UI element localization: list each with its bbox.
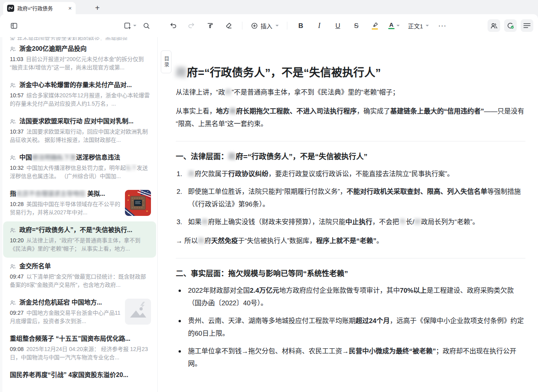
chevron-down-icon bbox=[133, 25, 136, 26]
note-title: 浙金200亿逾期产品投向 bbox=[10, 45, 151, 53]
chevron-down-icon bbox=[426, 25, 429, 26]
editor-toolbar: 插入 B I U S A 正文1 bbox=[158, 19, 538, 32]
note-preview: 10:57综合多家媒体2025年12月报道，浙金中心本轮爆雷的存量未兑付产品对应… bbox=[10, 91, 151, 108]
list-number: 1. bbox=[177, 168, 182, 180]
app-window: 插入 B I U S A 正文1 bbox=[0, 14, 538, 392]
paragraph-style-button[interactable]: 正文1 bbox=[408, 20, 429, 32]
note-time: 09:47 bbox=[10, 273, 24, 280]
redo-button[interactable] bbox=[186, 20, 197, 32]
note-time: 10:57 bbox=[10, 92, 24, 98]
note-item[interactable]: 浙金兑付危机延宕 中国地方...09:27中国地方金融交易平台浙金中心产品11月… bbox=[3, 294, 156, 330]
search-button[interactable] bbox=[141, 20, 151, 32]
note-preview: 09:27中国地方金融交易平台浙金中心产品11月底爆雷后，投资者多次到浙... bbox=[10, 309, 121, 325]
bullet-item[interactable]: 贵州、云南、天津、湖南等多地城投应付工程款平均账期超过24个月，远高于《保障中小… bbox=[176, 315, 525, 340]
note-title: 浙金中心本轮爆雷的存量未兑付产品对... bbox=[10, 81, 151, 89]
more-button[interactable]: ··· bbox=[437, 20, 447, 32]
note-item[interactable]: 国民养老再度“引战” 4家国资股东溢价20... bbox=[3, 366, 156, 384]
shared-note-icon bbox=[10, 300, 16, 306]
cutoff-note-text: 家 并不是中国官方或学术机构的结论，而是明润... bbox=[3, 37, 156, 40]
paragraph[interactable]: → 所以政府天然免疫于“失信被执行人”数据库，程序上就不是“老赖”。 bbox=[176, 235, 525, 247]
toolbar: 插入 B I U S A 正文1 bbox=[0, 14, 538, 37]
sync-status-icon bbox=[506, 22, 514, 30]
sidebar-header bbox=[0, 20, 158, 32]
shared-note-icon bbox=[10, 82, 16, 88]
note-preview: 10:32中国加大传播淫秽信息处罚力度，明年起私下发送淫秽信息也属违法。 （广州… bbox=[10, 164, 151, 180]
collaborators-button[interactable] bbox=[488, 19, 500, 32]
format-painter-button[interactable] bbox=[205, 20, 215, 32]
paragraph[interactable]: 从法律上讲，“政府”不是普通商事主体，拿不到《民法典》里的“老赖”帽子； bbox=[176, 86, 525, 99]
list-number: 2. bbox=[177, 186, 182, 198]
note-title: 中国修法明确私下发送淫秽信息违法 bbox=[10, 153, 151, 162]
note-item[interactable]: 指北京不合理谋求主导地位 美拟...10:28美国指中国在半导体领域存在不公平的… bbox=[3, 185, 156, 221]
toc-tab[interactable]: 目录 bbox=[161, 50, 171, 73]
note-item[interactable]: 金交所名单09:47以下清单把“金交所”做最宽口径统计：既含财政部备案的8家“金… bbox=[3, 258, 156, 294]
menu-button[interactable] bbox=[521, 19, 533, 32]
section-heading[interactable]: 二、事实层面：拖欠规模与影响已等同“系统性老赖” bbox=[176, 268, 525, 280]
clear-format-button[interactable] bbox=[223, 20, 234, 32]
sync-status-button[interactable] bbox=[504, 19, 517, 32]
shared-note-icon bbox=[10, 264, 16, 269]
note-item[interactable]: 法国要求欧盟采取行动 应对中国对乳制...10:37法国要求欧盟采取行动，回应中… bbox=[3, 113, 156, 149]
sidebar-toggle-icon bbox=[10, 22, 18, 30]
numbered-item[interactable]: 2.即使施工单位胜诉，法院只能判“限期履行付款义务”，不能对行政机关采取查封、限… bbox=[176, 186, 525, 211]
font-color-icon: A bbox=[388, 22, 395, 29]
collaborators-icon bbox=[490, 22, 498, 30]
strikethrough-button[interactable]: S bbox=[351, 20, 361, 32]
note-time: 10:20 bbox=[10, 237, 24, 243]
insert-plus-icon bbox=[251, 22, 258, 30]
underline-button[interactable]: U bbox=[333, 20, 343, 32]
note-title: 浙金兑付危机延宕 中国地方... bbox=[10, 298, 121, 307]
main-content: 家 并不是中国官方或学术机构的结论，而是明润... 浙金200亿逾期产品投向11… bbox=[0, 37, 538, 392]
bullet-item[interactable]: 施工单位拿不到钱→拖欠分包、材料商、农民工工资→民营中小微成为最终“被老赖”；政… bbox=[176, 345, 525, 370]
undo-button[interactable] bbox=[168, 20, 178, 32]
bold-button[interactable]: B bbox=[296, 20, 306, 32]
document-editor[interactable]: 目录 政府=“行政债务人”，不是“失信被执行人” 从法律上讲，“政府”不是普通商… bbox=[158, 37, 538, 392]
numbered-item[interactable]: 1.政府欠款属于行政协议纠纷，要走行政复议或行政诉讼，不能直接去法院立“民事执行… bbox=[176, 168, 525, 180]
bullet-list: 2022年财政部对全国2.4万亿元地方政府应付企业账款做专项审计，其中70%以上… bbox=[176, 284, 525, 370]
note-preview: 09:47以下清单把“金交所”做最宽口径统计：既含财政部备案的8家“金融资产交易… bbox=[10, 273, 151, 289]
note-item[interactable]: 浙金中心本轮爆雷的存量未兑付产品对...10:57综合多家媒体2025年12月报… bbox=[3, 76, 156, 113]
sidebar-toggle-button[interactable] bbox=[9, 20, 19, 32]
note-title: 指北京不合理谋求主导地位 美拟... bbox=[10, 189, 121, 198]
note-item[interactable]: 浙金200亿逾期产品投向11:03目前公开报道对“200亿元未兑付本金”的拆分仅… bbox=[3, 40, 156, 76]
doc-title[interactable]: 政府=“行政债务人”，不是“失信被执行人” bbox=[176, 66, 525, 80]
divider bbox=[176, 258, 525, 258]
note-preview: 10:20从法律上讲，“政府”不是普通商事主体，拿不到《民法典》里的“老赖”帽子… bbox=[10, 236, 151, 253]
highlight-button[interactable] bbox=[370, 20, 380, 32]
note-time: 09:08 bbox=[10, 346, 24, 352]
note-title: 重组整合频落子 “十五五”国资布局优化路... bbox=[10, 334, 151, 343]
numbered-list: 1.政府欠款属于行政协议纠纷，要走行政复议或行政诉讼，不能直接去法院立“民事执行… bbox=[176, 168, 525, 229]
note-sidebar: 家 并不是中国官方或学术机构的结论，而是明润... 浙金200亿逾期产品投向11… bbox=[0, 37, 158, 392]
shared-note-icon bbox=[10, 119, 16, 124]
note-preview: 10:28美国指中国在半导体领域存在不公平的贸易行为，并将从2027年中对... bbox=[10, 200, 121, 217]
font-color-button[interactable]: A bbox=[388, 20, 400, 32]
redo-icon bbox=[188, 22, 195, 30]
note-thumbnail bbox=[125, 299, 151, 325]
eraser-icon bbox=[225, 22, 233, 30]
note-item[interactable]: 重组整合频落子 “十五五”国资布局优化路...09:082025年12月24日 … bbox=[3, 330, 156, 366]
italic-button[interactable]: I bbox=[314, 20, 324, 32]
divider bbox=[176, 141, 525, 141]
close-icon[interactable]: × bbox=[68, 5, 72, 11]
note-time: 09:27 bbox=[10, 310, 24, 316]
note-preview: 09:082025年12月24日 04:20来源： 经济参考报 12月23日，中… bbox=[10, 345, 151, 362]
search-icon bbox=[143, 22, 150, 30]
numbered-item[interactable]: 3.如果政府账上确实没钱（财政未安排预算），法院只能中止执行，不会把市长/财政局… bbox=[176, 216, 525, 229]
section-heading[interactable]: 一、法律层面：政府=“行政债务人”，不是“失信被执行人” bbox=[176, 151, 525, 163]
chevron-down-icon bbox=[397, 25, 400, 26]
tab-title: 政府=“行政债务 bbox=[17, 4, 65, 12]
paragraph[interactable]: 从事实上看，地方政府长期拖欠工程款、不进入司法执行程序，确实成了基建链条上最大的… bbox=[176, 105, 525, 130]
active-tab[interactable]: 政府=“行政债务 × bbox=[3, 2, 76, 14]
note-item[interactable]: 政府=“行政债务人”，不是“失信被执行...10:20从法律上讲，“政府”不是普… bbox=[3, 221, 156, 258]
new-note-button[interactable] bbox=[123, 20, 136, 32]
chevron-down-icon bbox=[276, 25, 279, 26]
note-title: 国民养老再度“引战” 4家国资股东溢价20... bbox=[10, 371, 151, 379]
new-tab-button[interactable]: + bbox=[91, 2, 103, 14]
bullet-item[interactable]: 2022年财政部对全国2.4万亿元地方政府应付企业账款做专项审计，其中70%以上… bbox=[176, 284, 525, 310]
insert-label: 插入 bbox=[261, 22, 272, 30]
note-item[interactable]: 中国修法明确私下发送淫秽信息违法10:32中国加大传播淫秽信息处罚力度，明年起私… bbox=[3, 149, 156, 185]
sidebar-scrollbar[interactable] bbox=[0, 37, 2, 392]
new-note-icon bbox=[123, 22, 131, 30]
insert-button[interactable]: 插入 bbox=[251, 20, 279, 32]
undo-icon bbox=[169, 22, 177, 30]
